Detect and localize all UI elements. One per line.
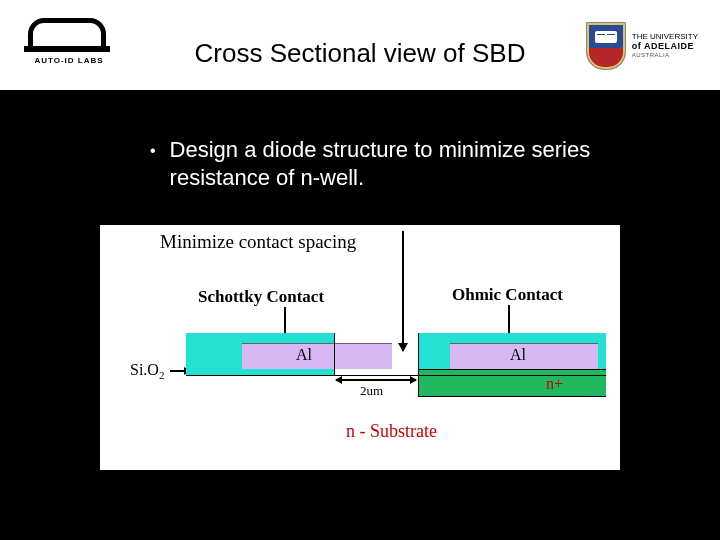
slide-title: Cross Sectional view of SBD bbox=[195, 38, 526, 69]
university-name: THE UNIVERSITY of ADELAIDE AUSTRALIA bbox=[632, 33, 698, 58]
n-plus-label: n+ bbox=[546, 375, 563, 393]
bullet-marker-icon: • bbox=[150, 142, 156, 160]
diagram-title: Minimize contact spacing bbox=[160, 231, 356, 253]
cross-section-diagram: Minimize contact spacing Schottky Contac… bbox=[100, 225, 620, 470]
dimension-value: 2um bbox=[360, 383, 383, 399]
bullet-item: • Design a diode structure to minimize s… bbox=[150, 136, 660, 191]
sio2-label: Si.O2 bbox=[130, 361, 164, 381]
slide-header: AUTO-ID LABS Cross Sectional view of SBD… bbox=[0, 0, 720, 90]
al-left-layer bbox=[242, 343, 392, 369]
autoid-labs-label: AUTO-ID LABS bbox=[28, 56, 110, 65]
slide-body: • Design a diode structure to minimize s… bbox=[0, 90, 720, 191]
dimension-arrow-icon bbox=[336, 379, 416, 381]
university-logo: THE UNIVERSITY of ADELAIDE AUSTRALIA bbox=[586, 22, 698, 70]
al-right-label: Al bbox=[510, 346, 526, 364]
cross-section-layers: Al Al n+ n - Substrate 2um bbox=[186, 333, 606, 463]
autoid-labs-logo: AUTO-ID LABS bbox=[28, 18, 110, 65]
bullet-text: Design a diode structure to minimize ser… bbox=[170, 136, 660, 191]
university-crest-icon bbox=[586, 22, 626, 70]
al-left-label: Al bbox=[296, 346, 312, 364]
n-plus-layer bbox=[418, 369, 606, 397]
n-substrate-label: n - Substrate bbox=[346, 421, 437, 442]
ohmic-contact-label: Ohmic Contact bbox=[452, 285, 563, 305]
schottky-contact-label: Schottky Contact bbox=[198, 287, 324, 307]
gap-dimension: 2um bbox=[336, 377, 416, 395]
